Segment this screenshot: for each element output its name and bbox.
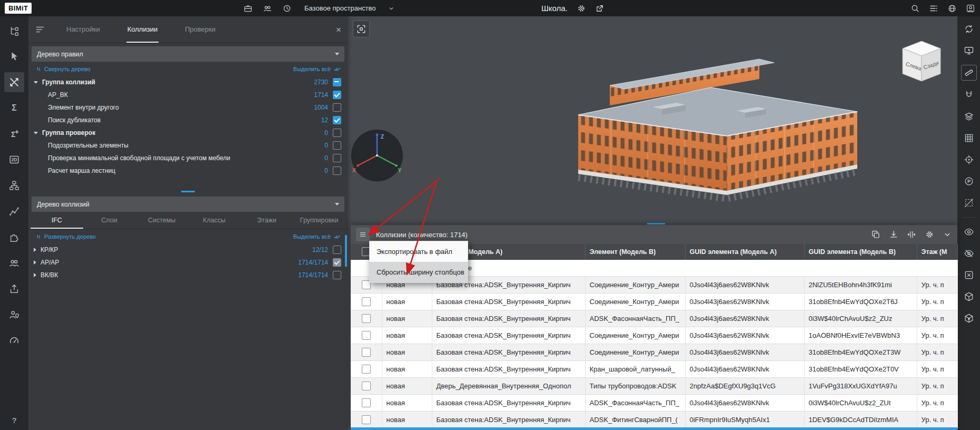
analytics-icon[interactable] <box>4 201 24 221</box>
tree-item[interactable]: Поиск дубликатов 12 <box>28 114 348 126</box>
tree-item[interactable]: АР_ВК 1714 <box>28 89 348 101</box>
tab-collisions[interactable]: Коллизии <box>126 16 159 43</box>
session-time-icon[interactable] <box>282 4 292 13</box>
collisions-icon[interactable] <box>4 72 24 92</box>
checkbox[interactable] <box>333 141 341 150</box>
section-cut-icon[interactable] <box>962 196 976 210</box>
axis-gizmo[interactable]: Z Y X <box>349 128 405 183</box>
hide-eye-off-icon[interactable] <box>962 246 976 261</box>
bottom-panel-drag-handle[interactable] <box>647 223 665 224</box>
help-button[interactable]: ? <box>12 416 16 425</box>
col-guid-b[interactable]: GUID элемента (Модель B) <box>804 244 917 260</box>
plan-circle-icon[interactable] <box>962 174 976 189</box>
layers-icon[interactable] <box>962 109 976 124</box>
expand-arrow-icon[interactable] <box>34 260 36 265</box>
copy-icon[interactable] <box>871 230 880 239</box>
collision-tree-header[interactable]: Дерево коллизий <box>32 197 344 212</box>
drawings-2d-icon[interactable] <box>4 150 24 170</box>
col-elem-b[interactable]: Элемент (Модель B) <box>585 244 685 260</box>
panel-menu-icon[interactable] <box>35 24 45 35</box>
checkbox[interactable] <box>333 116 341 124</box>
close-panel-button[interactable]: × <box>336 25 341 34</box>
import-icon[interactable] <box>889 230 898 239</box>
col-floor[interactable]: Этаж (М <box>917 244 957 260</box>
tab-checks[interactable]: Проверки <box>184 16 216 43</box>
cube-point-icon[interactable] <box>962 311 976 326</box>
tab-ifc[interactable]: IFC <box>31 213 83 229</box>
hide-selection-icon[interactable] <box>962 268 976 282</box>
row-checkbox[interactable] <box>362 398 371 407</box>
fit-columns-icon[interactable] <box>907 230 916 239</box>
export-model-icon[interactable] <box>4 279 24 299</box>
share-icon[interactable] <box>595 4 605 13</box>
building-model[interactable] <box>548 53 874 211</box>
collaboration-icon[interactable] <box>4 253 24 273</box>
table-settings-gear-icon[interactable] <box>925 230 934 239</box>
grid-icon[interactable] <box>962 131 976 145</box>
tree-item[interactable]: Группа коллизий 2730 <box>28 76 348 89</box>
tab-systems[interactable]: Системы <box>135 213 188 229</box>
toolbox-icon[interactable] <box>243 4 253 13</box>
tab-floors[interactable]: Этажи <box>241 213 293 229</box>
row-checkbox[interactable] <box>362 382 371 390</box>
structure-icon[interactable] <box>4 175 24 196</box>
tree-item[interactable]: Элемент внутри другого 1004 <box>28 101 348 114</box>
show-eye-icon[interactable] <box>962 224 976 239</box>
expand-arrow-icon[interactable] <box>34 273 36 277</box>
table-row[interactable]: новая Базовая стена:ADSK_Внутренняя_Кирп… <box>351 294 957 310</box>
checkbox[interactable] <box>333 103 341 112</box>
cube-view-icon[interactable] <box>962 289 976 304</box>
snap-magnet-icon[interactable] <box>962 87 976 102</box>
checkbox[interactable] <box>333 271 341 279</box>
panel-scrollbar-thumb[interactable] <box>345 235 347 267</box>
screen-share-icon[interactable] <box>962 43 976 58</box>
tree-item[interactable]: АР/АР 1714/1714 <box>28 256 348 269</box>
menu-item-export-to-file[interactable]: Экспортировать в файл <box>370 241 468 262</box>
sync-view-icon[interactable] <box>962 22 976 36</box>
table-row[interactable]: новая Базовая стена:ADSK_Внутренняя_Кирп… <box>351 395 957 412</box>
checkbox[interactable] <box>333 154 341 162</box>
list-icon[interactable] <box>929 4 938 13</box>
target-icon[interactable] <box>962 152 976 167</box>
account-icon[interactable] <box>966 4 975 13</box>
expand-arrow-icon[interactable] <box>34 248 36 252</box>
tree-item[interactable]: КР/КР 12/12 <box>28 243 348 256</box>
tab-classes[interactable]: Классы <box>188 213 241 229</box>
tab-settings[interactable]: Настройки <box>65 16 101 43</box>
checkbox[interactable] <box>333 246 341 254</box>
collapse-tree-link[interactable]: Свернуть дерево <box>35 66 91 72</box>
tab-layers[interactable]: Слои <box>83 213 136 229</box>
contacts-icon[interactable] <box>4 305 24 325</box>
checkbox[interactable] <box>333 167 341 175</box>
specification-add-icon[interactable] <box>4 124 24 144</box>
table-row[interactable]: новая Базовая стена:ADSK_Внутренняя_Кирп… <box>351 327 957 344</box>
row-checkbox[interactable] <box>362 331 371 340</box>
checkbox[interactable] <box>333 91 341 99</box>
checkbox[interactable] <box>333 78 341 86</box>
workspace-dropdown[interactable]: Базовое пространство <box>304 4 395 12</box>
table-row[interactable]: новая Базовая стена:ADSK_Внутренняя_Кирп… <box>351 361 957 378</box>
project-settings-gear-icon[interactable] <box>577 4 586 13</box>
row-checkbox[interactable] <box>362 415 371 424</box>
model-tree-icon[interactable] <box>4 21 24 41</box>
collapse-chevron-icon[interactable] <box>943 230 952 239</box>
col-guid-a[interactable]: GUID элемента (Модель A) <box>685 244 804 260</box>
team-icon[interactable] <box>263 4 272 13</box>
table-menu-button[interactable] <box>356 228 370 241</box>
select-all-link[interactable]: Выделить всё <box>293 233 341 240</box>
checkbox[interactable] <box>333 258 341 267</box>
app-logo[interactable]: BIMiT <box>5 3 32 14</box>
dashboard-icon[interactable] <box>4 330 24 350</box>
plugins-icon[interactable] <box>4 227 24 247</box>
select-cursor-icon[interactable] <box>4 46 24 66</box>
search-icon[interactable] <box>910 4 920 13</box>
fit-view-button[interactable] <box>353 21 370 37</box>
expand-arrow-icon[interactable] <box>34 132 38 134</box>
globe-icon[interactable] <box>947 4 957 13</box>
menu-item-reset-column-width[interactable]: Сбросить ширину столбцов <box>370 262 468 282</box>
tree-item[interactable]: Подозрительные элементы 0 <box>28 139 348 152</box>
expand-arrow-icon[interactable] <box>34 81 38 84</box>
checkbox[interactable] <box>333 129 341 137</box>
rules-tree-header[interactable]: Дерево правил <box>32 46 344 62</box>
tree-item[interactable]: ВК/ВК 1714/1714 <box>28 269 348 281</box>
